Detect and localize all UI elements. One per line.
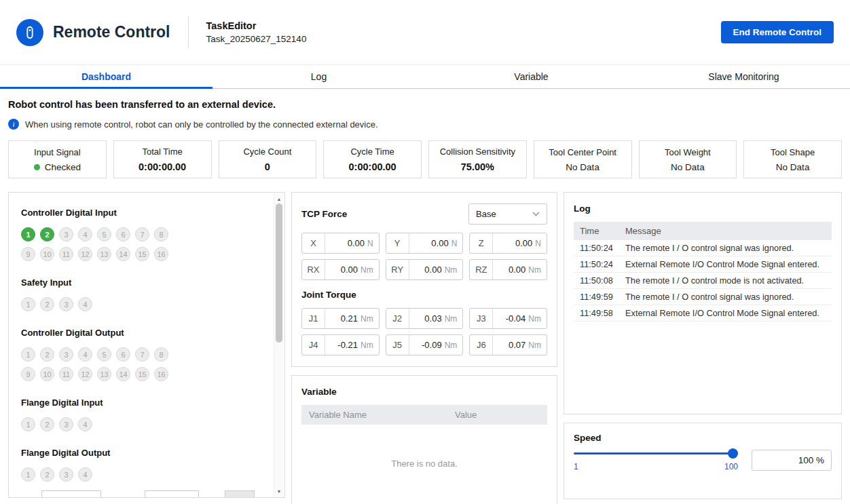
log-message: The remote I / O control mode is not act… [617,275,832,286]
partial-input-field[interactable] [41,490,101,498]
tab-log[interactable]: Log [212,65,425,88]
task-info: TaskEditor Task_20250627_152140 [206,20,307,44]
tcp-force-z: Z0.00N [469,233,547,254]
force-unit: Nm [361,265,373,275]
partial-input-field[interactable] [145,490,199,498]
io-indicator: 6 [116,227,130,241]
joint-label: J4 [302,335,325,355]
tab-slave-monitoring[interactable]: Slave Monitoring [638,65,850,88]
log-row: 11:49:58 External Remote I/O Control Mod… [574,305,832,322]
stat-collision-sensitivity: Collision Sensitivity 75.00% [428,140,527,178]
force-unit: N [451,239,458,248]
status-dot-green [34,164,40,170]
tcp-force-ry: RY0.00Nm [386,259,464,280]
io-group-controller-digital-input: Controller Digital Input 123456789101112… [21,208,272,261]
app-title: Remote Control [53,23,170,41]
slider-handle[interactable] [728,448,738,459]
scrollbar-thumb[interactable] [276,203,282,343]
log-panel-title: Log [574,203,832,214]
io-indicator: 1 [21,297,35,311]
io-indicator: 10 [40,367,54,381]
io-indicator-grid: 12345678910111213141516 [21,227,168,261]
io-indicator: 1 [21,417,35,431]
right-column: Log Time Message 11:50:24 The remote I /… [563,192,842,499]
io-indicator: 14 [116,247,130,261]
force-value: 0.00 [509,265,525,275]
scroll-down-icon[interactable]: ▼ [274,486,284,496]
end-remote-control-button[interactable]: End Remote Control [721,21,834,43]
force-unit: N [535,239,541,248]
io-indicator: 15 [135,247,149,261]
io-indicator: 4 [78,347,92,362]
force-axis-label: RX [302,260,325,279]
tab-bar: Dashboard Log Variable Slave Monitoring [0,65,850,89]
coordinate-frame-select[interactable]: Base [468,203,547,225]
slider-track[interactable] [574,452,737,454]
joint-label: J2 [386,309,409,328]
joint-torque-j4: J4-0.21Nm [301,334,380,355]
joint-torque-j6: J60.07Nm [469,334,547,355]
io-indicator: 4 [78,417,92,431]
io-indicator: 3 [59,297,73,311]
io-indicator: 9 [21,247,35,261]
task-editor-label: TaskEditor [206,20,307,31]
stat-value: Checked [45,162,81,172]
torque-unit: Nm [445,341,458,350]
force-value: 0.00 [431,238,448,248]
variable-table-header: Variable Name Value [301,405,547,425]
chevron-down-icon [532,212,540,216]
torque-unit: Nm [445,314,458,324]
stat-value: No Data [566,162,599,172]
tab-variable[interactable]: Variable [425,65,638,88]
io-indicator: 1 [21,467,35,482]
torque-unit: Nm [528,314,541,324]
tcp-force-x: X0.00N [301,233,380,254]
io-panel-scrollbar[interactable]: ▲ ▼ [274,193,284,497]
force-axis-label: RY [386,260,409,279]
io-indicator: 11 [59,247,73,261]
scroll-up-icon[interactable]: ▲ [274,194,284,203]
log-message: The remote I / O control signal was igno… [617,292,832,302]
force-value: 0.00 [424,265,441,275]
io-indicator: 7 [135,347,149,362]
io-indicator: 1 [21,347,35,362]
notice-section: Robot control has been transferred to an… [0,89,850,130]
torque-value: 0.07 [509,340,525,350]
io-group-flange-digital-input: Flange Digital Input 1234 [21,398,272,431]
io-indicator: 5 [97,227,111,241]
stat-value: No Data [776,162,810,172]
header-divider [188,17,189,48]
tcp-force-y: Y0.00N [386,233,464,254]
io-indicator: 4 [78,297,92,311]
io-indicator: 12 [78,367,92,381]
io-indicator-grid: 1234 [21,467,168,482]
force-axis-label: X [302,233,325,253]
io-indicator: 8 [154,227,168,241]
io-indicator-grid: 1234 [21,417,168,431]
force-value: 0.00 [515,238,532,248]
io-group-label: Controller Digital Input [21,208,272,218]
io-group-label: Controller Digital Output [21,328,272,338]
partial-button[interactable] [225,490,255,498]
force-panel: TCP Force Base X0.00N Y0.00N Z0.00N RX0.… [291,192,557,367]
io-indicator: 2 [40,347,54,362]
speed-slider[interactable] [574,448,738,459]
log-time: 11:49:59 [574,292,617,302]
io-indicator: 4 [78,467,92,482]
speed-panel-title: Speed [574,433,832,443]
io-indicator: 3 [59,417,73,431]
stat-tool-weight: Tool Weight No Data [639,140,737,178]
io-group-label: Flange Digital Input [21,398,272,408]
io-indicator: 11 [59,367,73,381]
info-icon: i [8,119,19,130]
tcp-force-rz: RZ0.00Nm [469,259,547,280]
stat-input-signal: Input Signal Checked [8,140,107,178]
variable-panel: Variable Variable Name Value There is no… [291,375,557,504]
stat-value: 0 [265,161,270,172]
stat-label: Collision Sensitivity [440,147,515,157]
io-indicator: 2 [40,417,54,431]
stat-label: Tool Shape [771,147,815,157]
tab-dashboard[interactable]: Dashboard [0,65,212,88]
speed-value-field[interactable]: 100 % [752,450,832,471]
io-indicator: 9 [21,367,35,381]
